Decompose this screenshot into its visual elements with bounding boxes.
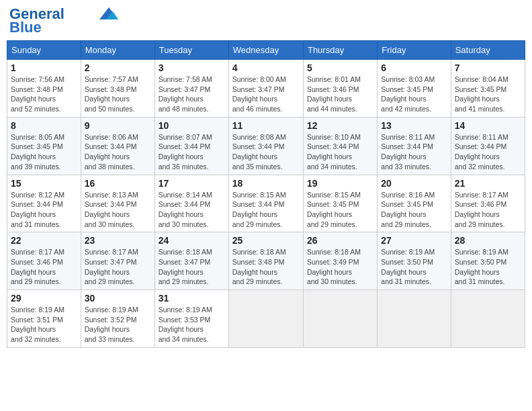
day-info: Sunrise: 8:05 AMSunset: 3:45 PMDaylight … bbox=[11, 133, 64, 171]
day-number: 20 bbox=[381, 178, 447, 189]
calendar-cell bbox=[228, 290, 303, 348]
day-info: Sunrise: 8:01 AMSunset: 3:46 PMDaylight … bbox=[307, 75, 361, 113]
page-header: General Blue bbox=[7, 7, 525, 35]
day-number: 24 bbox=[159, 235, 225, 246]
logo: General Blue bbox=[9, 7, 118, 35]
day-info: Sunrise: 8:11 AMSunset: 3:44 PMDaylight … bbox=[455, 133, 508, 171]
calendar-cell: 4 Sunrise: 8:00 AMSunset: 3:47 PMDayligh… bbox=[228, 60, 303, 118]
calendar-cell: 17 Sunrise: 8:14 AMSunset: 3:44 PMDaylig… bbox=[154, 175, 228, 232]
day-number: 10 bbox=[159, 120, 225, 131]
calendar-cell: 2 Sunrise: 7:57 AMSunset: 3:48 PMDayligh… bbox=[81, 60, 154, 118]
day-number: 22 bbox=[11, 235, 77, 246]
day-number: 11 bbox=[232, 120, 300, 131]
day-number: 6 bbox=[381, 62, 447, 73]
calendar-cell: 1 Sunrise: 7:56 AMSunset: 3:48 PMDayligh… bbox=[7, 60, 81, 118]
day-number: 13 bbox=[381, 120, 447, 131]
calendar-cell: 7 Sunrise: 8:04 AMSunset: 3:45 PMDayligh… bbox=[451, 60, 525, 118]
day-number: 29 bbox=[11, 293, 77, 304]
calendar-cell: 24 Sunrise: 8:18 AMSunset: 3:47 PMDaylig… bbox=[154, 232, 228, 290]
calendar-cell: 10 Sunrise: 8:07 AMSunset: 3:44 PMDaylig… bbox=[154, 117, 228, 175]
day-number: 2 bbox=[85, 62, 151, 73]
logo-icon bbox=[99, 7, 118, 19]
day-number: 3 bbox=[159, 62, 225, 73]
day-info: Sunrise: 8:19 AMSunset: 3:53 PMDaylight … bbox=[159, 306, 212, 343]
day-number: 26 bbox=[307, 235, 373, 246]
day-number: 7 bbox=[455, 62, 521, 73]
day-info: Sunrise: 8:18 AMSunset: 3:48 PMDaylight … bbox=[232, 248, 286, 285]
day-number: 16 bbox=[85, 178, 151, 189]
day-number: 17 bbox=[159, 178, 225, 189]
calendar-cell: 28 Sunrise: 8:19 AMSunset: 3:50 PMDaylig… bbox=[451, 232, 525, 290]
day-number: 31 bbox=[159, 293, 225, 304]
day-info: Sunrise: 8:15 AMSunset: 3:45 PMDaylight … bbox=[307, 191, 361, 228]
day-info: Sunrise: 8:08 AMSunset: 3:44 PMDaylight … bbox=[232, 133, 286, 171]
day-number: 4 bbox=[232, 62, 300, 73]
calendar-cell: 9 Sunrise: 8:06 AMSunset: 3:44 PMDayligh… bbox=[81, 117, 154, 175]
column-header-thursday: Thursday bbox=[303, 41, 377, 60]
calendar-cell: 30 Sunrise: 8:19 AMSunset: 3:52 PMDaylig… bbox=[81, 290, 154, 348]
day-number: 25 bbox=[232, 235, 300, 246]
day-info: Sunrise: 8:19 AMSunset: 3:52 PMDaylight … bbox=[85, 306, 138, 343]
day-info: Sunrise: 8:18 AMSunset: 3:47 PMDaylight … bbox=[159, 248, 212, 285]
calendar-cell: 31 Sunrise: 8:19 AMSunset: 3:53 PMDaylig… bbox=[154, 290, 228, 348]
day-info: Sunrise: 8:14 AMSunset: 3:44 PMDaylight … bbox=[159, 191, 212, 228]
day-info: Sunrise: 8:17 AMSunset: 3:46 PMDaylight … bbox=[11, 248, 64, 285]
day-info: Sunrise: 8:16 AMSunset: 3:45 PMDaylight … bbox=[381, 191, 435, 228]
day-info: Sunrise: 8:10 AMSunset: 3:44 PMDaylight … bbox=[307, 133, 361, 171]
calendar-cell: 18 Sunrise: 8:15 AMSunset: 3:44 PMDaylig… bbox=[228, 175, 303, 232]
calendar-cell: 11 Sunrise: 8:08 AMSunset: 3:44 PMDaylig… bbox=[228, 117, 303, 175]
calendar-cell: 14 Sunrise: 8:11 AMSunset: 3:44 PMDaylig… bbox=[451, 117, 525, 175]
calendar-cell: 6 Sunrise: 8:03 AMSunset: 3:45 PMDayligh… bbox=[378, 60, 451, 118]
day-info: Sunrise: 8:00 AMSunset: 3:47 PMDaylight … bbox=[232, 75, 286, 113]
day-number: 8 bbox=[11, 120, 77, 131]
day-number: 21 bbox=[455, 178, 521, 189]
calendar-cell: 12 Sunrise: 8:10 AMSunset: 3:44 PMDaylig… bbox=[303, 117, 377, 175]
day-info: Sunrise: 8:04 AMSunset: 3:45 PMDaylight … bbox=[455, 75, 508, 113]
day-info: Sunrise: 8:03 AMSunset: 3:45 PMDaylight … bbox=[381, 75, 435, 113]
column-header-friday: Friday bbox=[378, 41, 451, 60]
calendar-cell: 5 Sunrise: 8:01 AMSunset: 3:46 PMDayligh… bbox=[303, 60, 377, 118]
day-number: 23 bbox=[85, 235, 151, 246]
day-info: Sunrise: 8:13 AMSunset: 3:44 PMDaylight … bbox=[85, 191, 138, 228]
calendar-cell: 26 Sunrise: 8:18 AMSunset: 3:49 PMDaylig… bbox=[303, 232, 377, 290]
day-number: 19 bbox=[307, 178, 373, 189]
calendar-cell: 29 Sunrise: 8:19 AMSunset: 3:51 PMDaylig… bbox=[7, 290, 81, 348]
day-info: Sunrise: 8:19 AMSunset: 3:50 PMDaylight … bbox=[455, 248, 508, 285]
day-number: 14 bbox=[455, 120, 521, 131]
calendar-cell: 19 Sunrise: 8:15 AMSunset: 3:45 PMDaylig… bbox=[303, 175, 377, 232]
calendar-table: SundayMondayTuesdayWednesdayThursdayFrid… bbox=[7, 40, 525, 348]
day-info: Sunrise: 8:18 AMSunset: 3:49 PMDaylight … bbox=[307, 248, 361, 285]
calendar-cell bbox=[378, 290, 451, 348]
day-info: Sunrise: 7:57 AMSunset: 3:48 PMDaylight … bbox=[85, 75, 138, 113]
calendar-cell bbox=[303, 290, 377, 348]
day-number: 15 bbox=[11, 178, 77, 189]
calendar-cell: 27 Sunrise: 8:19 AMSunset: 3:50 PMDaylig… bbox=[378, 232, 451, 290]
day-number: 27 bbox=[381, 235, 447, 246]
calendar-cell: 20 Sunrise: 8:16 AMSunset: 3:45 PMDaylig… bbox=[378, 175, 451, 232]
day-number: 30 bbox=[85, 293, 151, 304]
calendar-cell: 15 Sunrise: 8:12 AMSunset: 3:44 PMDaylig… bbox=[7, 175, 81, 232]
calendar-cell: 21 Sunrise: 8:17 AMSunset: 3:46 PMDaylig… bbox=[451, 175, 525, 232]
day-info: Sunrise: 8:07 AMSunset: 3:44 PMDaylight … bbox=[159, 133, 212, 171]
column-header-tuesday: Tuesday bbox=[154, 41, 228, 60]
calendar-cell: 25 Sunrise: 8:18 AMSunset: 3:48 PMDaylig… bbox=[228, 232, 303, 290]
day-number: 5 bbox=[307, 62, 373, 73]
column-header-sunday: Sunday bbox=[7, 41, 81, 60]
calendar-cell: 16 Sunrise: 8:13 AMSunset: 3:44 PMDaylig… bbox=[81, 175, 154, 232]
day-number: 12 bbox=[307, 120, 373, 131]
calendar-cell: 13 Sunrise: 8:11 AMSunset: 3:44 PMDaylig… bbox=[378, 117, 451, 175]
column-header-wednesday: Wednesday bbox=[228, 41, 303, 60]
calendar-cell: 8 Sunrise: 8:05 AMSunset: 3:45 PMDayligh… bbox=[7, 117, 81, 175]
day-info: Sunrise: 8:17 AMSunset: 3:46 PMDaylight … bbox=[455, 191, 508, 228]
day-info: Sunrise: 7:56 AMSunset: 3:48 PMDaylight … bbox=[11, 75, 64, 113]
day-number: 1 bbox=[11, 62, 77, 73]
day-info: Sunrise: 8:17 AMSunset: 3:47 PMDaylight … bbox=[85, 248, 138, 285]
day-number: 9 bbox=[85, 120, 151, 131]
day-info: Sunrise: 8:12 AMSunset: 3:44 PMDaylight … bbox=[11, 191, 64, 228]
calendar-cell: 22 Sunrise: 8:17 AMSunset: 3:46 PMDaylig… bbox=[7, 232, 81, 290]
column-header-monday: Monday bbox=[81, 41, 154, 60]
calendar-cell: 3 Sunrise: 7:58 AMSunset: 3:47 PMDayligh… bbox=[154, 60, 228, 118]
logo-blue-text: Blue bbox=[9, 20, 42, 35]
day-info: Sunrise: 8:19 AMSunset: 3:50 PMDaylight … bbox=[381, 248, 435, 285]
calendar-cell bbox=[451, 290, 525, 348]
